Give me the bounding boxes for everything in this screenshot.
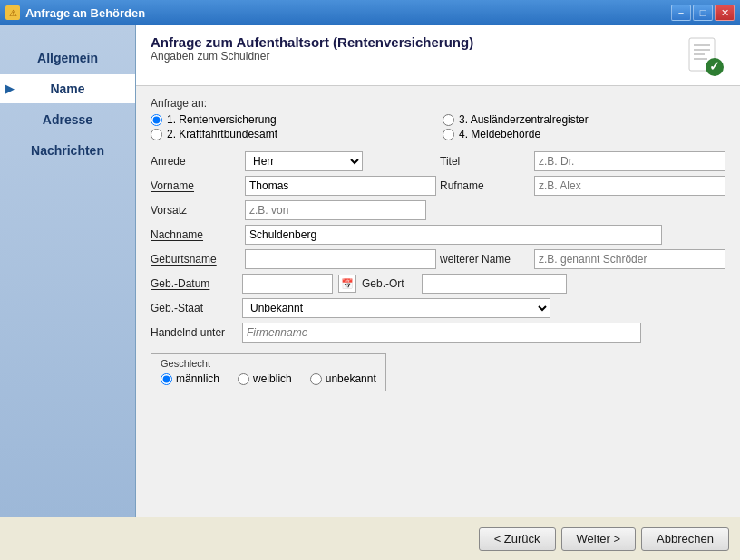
sidebar-label-name: Name <box>50 82 84 96</box>
header-titles: Anfrage zum Aufenthaltsort (Rentenversic… <box>151 34 473 63</box>
calendar-icon[interactable]: 📅 <box>338 275 356 293</box>
radio-unbekannt[interactable]: unbekannt <box>310 372 376 385</box>
window-title: Anfrage an Behörden <box>25 6 666 20</box>
next-button[interactable]: Weiter > <box>561 527 637 551</box>
geschlecht-label: Geschlecht <box>161 358 376 369</box>
vorsatz-label: Vorsatz <box>151 204 241 217</box>
radio-maennlich-label: männlich <box>176 372 219 385</box>
geschlecht-radios: männlich weiblich unbekannt <box>161 372 376 385</box>
nachname-input[interactable] <box>245 225 662 245</box>
sidebar-label-adresse: Adresse <box>43 112 92 127</box>
page-title: Anfrage zum Aufenthaltsort (Rentenversic… <box>151 34 473 50</box>
sidebar-item-nachrichten[interactable]: Nachrichten <box>0 136 135 165</box>
geburtsname-input[interactable] <box>245 249 436 269</box>
handelnd-unter-input[interactable] <box>242 323 641 343</box>
minimize-button[interactable]: − <box>671 5 691 21</box>
radio-weiblich-label: weiblich <box>253 372 292 385</box>
form-area: Anfrage an: 1. Rentenversicherung 3. Aus… <box>136 86 740 517</box>
main-layout: Allgemein ▶ Name Adresse Nachrichten Anf… <box>0 25 740 517</box>
app-icon: ⚠ <box>5 5 20 20</box>
rufname-label: Rufname <box>440 179 531 192</box>
svg-text:✓: ✓ <box>709 59 720 73</box>
geb-staat-label: Geb.-Staat <box>151 302 237 314</box>
radio-rentenversicherung-label: 1. Rentenversicherung <box>167 113 277 126</box>
sidebar-item-allgemein[interactable]: Allgemein <box>0 43 135 72</box>
radio-weiblich[interactable]: weiblich <box>238 372 292 385</box>
sidebar-label-allgemein: Allgemein <box>37 51 98 65</box>
radio-auslaenderzentralregister-input[interactable] <box>443 114 454 126</box>
anfrage-radio-group: 1. Rentenversicherung 3. Ausländerzentra… <box>151 113 725 140</box>
geb-staat-row: Geb.-Staat Unbekannt Deutschland Österre… <box>151 298 725 318</box>
radio-rentenversicherung[interactable]: 1. Rentenversicherung <box>151 113 433 126</box>
geburtsname-label: Geburtsname <box>151 253 241 266</box>
radio-meldebehoerde-label: 4. Meldebehörde <box>459 128 540 140</box>
vorname-label: Vorname <box>151 179 241 192</box>
radio-unbekannt-input[interactable] <box>310 373 322 385</box>
geburtsname-row: Geburtsname weiterer Name <box>151 249 725 269</box>
geb-datum-ort-row: Geb.-Datum 📅 Geb.-Ort <box>151 274 725 294</box>
radio-auslaenderzentralregister-label: 3. Ausländerzentralregister <box>459 113 589 126</box>
radio-weiblich-input[interactable] <box>238 373 249 385</box>
titel-input[interactable] <box>534 151 725 171</box>
radio-rentenversicherung-input[interactable] <box>151 114 162 126</box>
radio-kraftfahrtbundesamt[interactable]: 2. Kraftfahrtbundesamt <box>151 128 433 140</box>
nachname-row: Nachname <box>151 225 725 245</box>
sidebar: Allgemein ▶ Name Adresse Nachrichten <box>0 25 136 517</box>
geb-datum-input[interactable] <box>242 274 333 294</box>
anrede-label: Anrede <box>151 155 241 168</box>
close-button[interactable]: ✕ <box>715 5 735 21</box>
geb-datum-label: Geb.-Datum <box>151 277 237 290</box>
radio-unbekannt-label: unbekannt <box>326 372 376 385</box>
radio-maennlich-input[interactable] <box>161 373 172 385</box>
weiterer-name-input[interactable] <box>534 249 725 269</box>
maximize-button[interactable]: □ <box>693 5 713 21</box>
geschlecht-section: Geschlecht männlich weiblich unbekannt <box>151 353 386 391</box>
vorsatz-input[interactable] <box>245 200 426 220</box>
content-header: Anfrage zum Aufenthaltsort (Rentenversic… <box>136 25 740 86</box>
radio-meldebehoerde[interactable]: 4. Meldebehörde <box>443 128 725 140</box>
anrede-titel-row: Anrede Herr Frau Firma Titel <box>151 151 725 171</box>
titel-label: Titel <box>440 155 531 168</box>
title-bar: ⚠ Anfrage an Behörden − □ ✕ <box>0 0 740 25</box>
cancel-button[interactable]: Abbrechen <box>641 527 729 551</box>
geb-staat-select[interactable]: Unbekannt Deutschland Österreich Schweiz <box>242 298 550 318</box>
geb-ort-input[interactable] <box>422 274 567 294</box>
handelnd-unter-row: Handelnd unter <box>151 323 725 343</box>
sidebar-label-nachrichten: Nachrichten <box>31 143 104 158</box>
title-bar-buttons: − □ ✕ <box>671 5 735 21</box>
radio-kraftfahrtbundesamt-input[interactable] <box>151 129 162 140</box>
document-icon: ✓ <box>682 34 725 78</box>
vorname-rufname-row: Vorname Rufname <box>151 176 725 196</box>
radio-maennlich[interactable]: männlich <box>161 372 219 385</box>
sidebar-item-name[interactable]: ▶ Name <box>0 74 135 103</box>
sidebar-item-adresse[interactable]: Adresse <box>0 105 135 134</box>
radio-meldebehoerde-input[interactable] <box>443 129 454 140</box>
vorname-input[interactable] <box>245 176 436 196</box>
page-subtitle: Angaben zum Schuldner <box>151 50 473 63</box>
radio-auslaenderzentralregister[interactable]: 3. Ausländerzentralregister <box>443 113 725 126</box>
weiterer-name-label: weiterer Name <box>440 253 531 266</box>
vorsatz-row: Vorsatz <box>151 200 725 220</box>
nachname-label: Nachname <box>151 228 241 241</box>
anfrage-label: Anfrage an: <box>151 97 725 110</box>
rufname-input[interactable] <box>534 176 725 196</box>
bottom-bar: < Zurück Weiter > Abbrechen <box>0 517 740 560</box>
sidebar-arrow-icon: ▶ <box>5 82 14 95</box>
back-button[interactable]: < Zurück <box>479 527 556 551</box>
anrede-select[interactable]: Herr Frau Firma <box>245 151 363 171</box>
radio-kraftfahrtbundesamt-label: 2. Kraftfahrtbundesamt <box>167 128 278 140</box>
handelnd-unter-label: Handelnd unter <box>151 326 237 339</box>
content-area: Anfrage zum Aufenthaltsort (Rentenversic… <box>136 25 740 517</box>
geb-ort-label: Geb.-Ort <box>362 277 416 290</box>
